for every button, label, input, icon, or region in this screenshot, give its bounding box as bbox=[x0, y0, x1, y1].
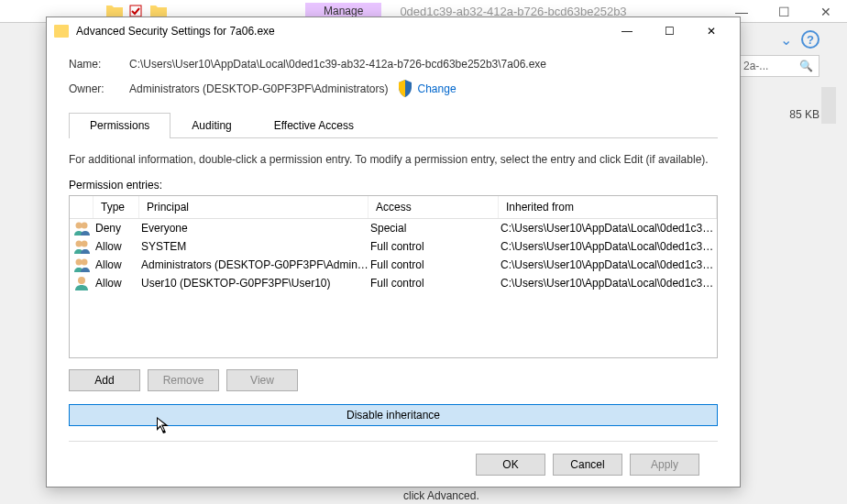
table-row[interactable]: AllowUser10 (DESKTOP-G0PF3PF\User10)Full… bbox=[70, 274, 717, 292]
tab-permissions[interactable]: Permissions bbox=[69, 113, 170, 138]
cell-principal: SYSTEM bbox=[139, 240, 368, 253]
svg-point-6 bbox=[82, 259, 88, 266]
tab-effective-access[interactable]: Effective Access bbox=[253, 113, 375, 137]
chevron-down-icon[interactable]: ⌄ bbox=[780, 31, 792, 49]
cell-inherited: C:\Users\User10\AppData\Local\0ded1c39-.… bbox=[499, 240, 717, 253]
svg-point-5 bbox=[76, 259, 82, 266]
svg-rect-0 bbox=[130, 5, 141, 16]
ok-button[interactable]: OK bbox=[476, 454, 545, 476]
remove-button: Remove bbox=[148, 369, 219, 391]
users-icon bbox=[70, 257, 94, 272]
svg-point-7 bbox=[78, 277, 85, 284]
file-size-label: 85 KB bbox=[789, 108, 820, 121]
cell-inherited: C:\Users\User10\AppData\Local\0ded1c39-.… bbox=[499, 277, 717, 290]
table-header: Type Principal Access Inherited from bbox=[70, 196, 717, 219]
apply-button: Apply bbox=[630, 454, 699, 476]
owner-value: Administrators (DESKTOP-G0PF3PF\Administ… bbox=[129, 82, 389, 95]
cell-type: Allow bbox=[94, 240, 139, 253]
dialog-title: Advanced Security Settings for 7a06.exe bbox=[76, 25, 606, 38]
cell-type: Allow bbox=[94, 277, 139, 290]
col-type-header[interactable]: Type bbox=[94, 196, 139, 218]
permissions-table: Type Principal Access Inherited from Den… bbox=[69, 195, 718, 358]
maximize-icon[interactable]: ☐ bbox=[763, 0, 805, 23]
users-icon bbox=[70, 276, 94, 290]
entries-label: Permission entries: bbox=[69, 179, 718, 192]
svg-point-4 bbox=[82, 241, 88, 247]
search-icon: 🔍 bbox=[799, 60, 813, 72]
cell-principal: Administrators (DESKTOP-G0PF3PF\Admini..… bbox=[139, 258, 368, 271]
dialog-titlebar: Advanced Security Settings for 7a06.exe … bbox=[47, 17, 740, 45]
users-icon bbox=[70, 221, 94, 236]
owner-label: Owner: bbox=[69, 82, 129, 95]
col-principal-header[interactable]: Principal bbox=[139, 196, 368, 218]
change-link[interactable]: Change bbox=[418, 82, 456, 95]
search-input[interactable]: 2a-... 🔍 bbox=[737, 55, 820, 77]
cancel-button[interactable]: Cancel bbox=[553, 454, 622, 476]
cell-type: Allow bbox=[94, 258, 139, 271]
cell-principal: Everyone bbox=[139, 222, 368, 235]
cell-inherited: C:\Users\User10\AppData\Local\0ded1c39-.… bbox=[499, 222, 717, 235]
search-placeholder: 2a-... bbox=[743, 60, 768, 72]
cell-access: Special bbox=[368, 222, 499, 235]
table-row[interactable]: DenyEveryoneSpecialC:\Users\User10\AppDa… bbox=[70, 219, 717, 237]
tab-bar: Permissions Auditing Effective Access bbox=[69, 113, 718, 138]
table-row[interactable]: AllowSYSTEMFull controlC:\Users\User10\A… bbox=[70, 237, 717, 256]
cell-access: Full control bbox=[368, 240, 499, 253]
table-row[interactable]: AllowAdministrators (DESKTOP-G0PF3PF\Adm… bbox=[70, 256, 717, 274]
disable-inheritance-button[interactable]: Disable inheritance bbox=[69, 404, 718, 426]
minimize-button[interactable]: — bbox=[606, 18, 648, 44]
svg-point-1 bbox=[76, 223, 82, 229]
add-button[interactable]: Add bbox=[69, 369, 140, 391]
view-button: View bbox=[226, 369, 298, 391]
cell-principal: User10 (DESKTOP-G0PF3PF\User10) bbox=[139, 277, 368, 290]
cell-inherited: C:\Users\User10\AppData\Local\0ded1c39-.… bbox=[499, 258, 717, 271]
tab-auditing[interactable]: Auditing bbox=[170, 113, 252, 137]
users-icon bbox=[70, 239, 94, 254]
help-text: For additional information, double-click… bbox=[69, 153, 718, 166]
svg-point-2 bbox=[82, 223, 88, 229]
name-value: C:\Users\User10\AppData\Local\0ded1c39-a… bbox=[129, 58, 546, 71]
cell-access: Full control bbox=[368, 277, 499, 290]
help-icon[interactable]: ? bbox=[801, 30, 820, 49]
scrollbar[interactable] bbox=[821, 87, 836, 124]
close-button[interactable]: ✕ bbox=[690, 18, 732, 44]
folder-icon bbox=[54, 25, 69, 38]
cell-access: Full control bbox=[368, 258, 499, 271]
close-icon[interactable]: ✕ bbox=[805, 0, 847, 23]
col-access-header[interactable]: Access bbox=[368, 196, 499, 218]
col-inherited-header[interactable]: Inherited from bbox=[499, 196, 717, 218]
svg-point-3 bbox=[76, 241, 82, 247]
shield-icon bbox=[398, 80, 412, 98]
cell-type: Deny bbox=[94, 222, 139, 235]
name-label: Name: bbox=[69, 58, 129, 71]
background-text: click Advanced. bbox=[403, 489, 479, 502]
advanced-security-dialog: Advanced Security Settings for 7a06.exe … bbox=[46, 16, 741, 488]
maximize-button[interactable]: ☐ bbox=[648, 18, 690, 44]
